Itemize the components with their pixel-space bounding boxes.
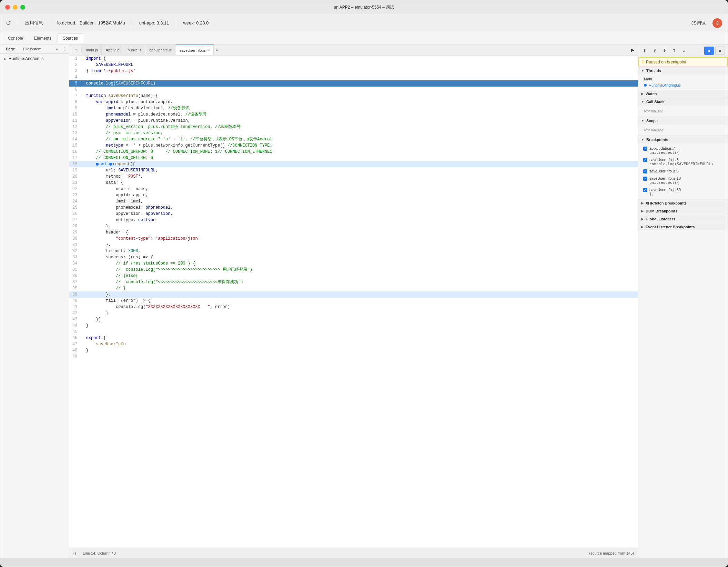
tab-appupdate-js[interactable]: appUpdate.js xyxy=(146,44,175,55)
sidebar-options-button[interactable]: ⋮ xyxy=(62,47,66,51)
continue-button[interactable] xyxy=(680,47,688,55)
call-stack-label: Call Stack xyxy=(646,100,665,104)
step-over-button[interactable] xyxy=(651,47,659,55)
breakpoint-detail-3: saveUserInfo.js:6 xyxy=(649,169,679,173)
code-line: 23 appid: appid, xyxy=(69,192,638,198)
titlebar: uniAPP2 – emulator-5554 – 调试 xyxy=(0,0,728,14)
watch-header[interactable]: ▶ Watch xyxy=(638,90,728,98)
scope-not-paused: Not paused xyxy=(641,126,725,134)
chevron-right-icon: ▶ xyxy=(4,57,7,61)
xhr-breakpoints-header[interactable]: ▶ XHR/fetch Breakpoints xyxy=(638,199,728,207)
xhr-chevron-icon: ▶ xyxy=(641,201,644,205)
breakpoint-banner-text: Paused on breakpoint xyxy=(646,60,686,64)
scope-content: Not paused xyxy=(638,125,728,136)
breakpoint-item-4[interactable]: ✓ saveUserInfo.js:18 uni.request({ xyxy=(641,175,725,186)
code-line: 46 export { xyxy=(69,335,638,341)
tab-close-icon[interactable]: ✕ xyxy=(207,48,210,52)
code-line-5: 5 console.log(SAVEUSERINFOURL) xyxy=(69,80,638,87)
threads-label: Threads xyxy=(646,69,661,73)
sidebar-tab-page[interactable]: Page xyxy=(3,46,18,52)
code-line: 9 imei = plus.device.imei, //设备标识 xyxy=(69,105,638,111)
code-line: 1 import { xyxy=(69,56,638,62)
editor-nav-icon[interactable]: ≡ xyxy=(71,47,82,53)
editor-run-button[interactable]: ▶ xyxy=(628,46,637,54)
pause-on-exception-button[interactable]: ⏸ xyxy=(715,47,725,55)
code-line: 30 "content-type": 'application/json' xyxy=(69,236,638,242)
breakpoint-toggle-button[interactable]: ■ xyxy=(704,47,714,55)
toolbar-separator-1 xyxy=(18,19,18,27)
code-line: 21 data: { xyxy=(69,180,638,186)
tab-elements[interactable]: Elements xyxy=(29,34,56,43)
window-buttons[interactable] xyxy=(5,5,25,10)
dom-breakpoints-header[interactable]: ▶ DOM Breakpoints xyxy=(638,207,728,215)
code-line-18: 18 uni.request({ xyxy=(69,161,638,167)
code-line: 3 } from './public.js' xyxy=(69,68,638,74)
code-table: 1 import { 2 SAVEUSERINFOURL 3 } from '.… xyxy=(69,56,638,360)
breakpoint-item-5[interactable]: ✓ saveUserInfo.js:39 }, xyxy=(641,186,725,198)
breakpoint-detail-4: saveUserInfo.js:18 uni.request({ xyxy=(649,176,681,185)
tab-sources[interactable]: Sources xyxy=(58,33,83,43)
code-line: 11 appversion = plus.runtime.version, xyxy=(69,118,638,124)
code-line: 4 xyxy=(69,74,638,80)
step-out-button[interactable] xyxy=(670,47,678,55)
sidebar-tabs: Page Filesystem » ⋮ xyxy=(0,44,69,54)
pause-button[interactable]: ⏸ xyxy=(641,47,649,55)
tab-app-vue[interactable]: App.vue xyxy=(102,44,123,55)
breakpoint-check-1: ✓ xyxy=(643,147,647,151)
breakpoint-item-1[interactable]: ✓ appUpdate.js:7 uni.request({ xyxy=(641,145,725,156)
xhr-breakpoints-label: XHR/fetch Breakpoints xyxy=(646,201,687,205)
tab-console[interactable]: Console xyxy=(3,34,28,43)
call-stack-header[interactable]: ▼ Call Stack xyxy=(638,98,728,106)
threads-content: Main Runtime.Android.js xyxy=(638,74,728,90)
code-editor[interactable]: 1 import { 2 SAVEUSERINFOURL 3 } from '.… xyxy=(69,56,638,548)
sidebar-more-button[interactable]: » xyxy=(55,47,58,51)
breakpoint-code-2: console.log(SAVEUSERINFOURL) xyxy=(649,162,713,166)
js-debug-label: JS调试 xyxy=(691,20,706,26)
breakpoints-chevron-icon: ▼ xyxy=(641,138,644,141)
threads-header[interactable]: ▼ Threads xyxy=(638,67,728,74)
minimize-button[interactable] xyxy=(13,5,18,10)
breakpoint-item-3[interactable]: ✓ saveUserInfo.js:6 xyxy=(641,168,725,175)
step-into-button[interactable] xyxy=(660,47,669,55)
breakpoints-header[interactable]: ▼ Breakpoints xyxy=(638,136,728,143)
breakpoint-file-5: saveUserInfo.js:39 xyxy=(649,188,681,192)
scope-chevron-icon: ▼ xyxy=(641,119,644,122)
tab-appupdate-js-label: appUpdate.js xyxy=(149,48,172,52)
event-listener-chevron-icon: ▶ xyxy=(641,225,644,229)
tab-public-js[interactable]: public.js xyxy=(124,44,145,55)
maximize-button[interactable] xyxy=(20,5,25,10)
breakpoints-section: ▼ Breakpoints ✓ appUpdate.js:7 uni.reque… xyxy=(638,136,728,199)
threads-chevron-icon: ▼ xyxy=(641,69,644,72)
refresh-button[interactable]: ↺ xyxy=(6,19,11,27)
breakpoint-check-3: ✓ xyxy=(643,169,647,173)
breakpoint-item-2[interactable]: ✓ saveUserInfo.js:5 console.log(SAVEUSER… xyxy=(641,156,725,168)
watch-section: ▶ Watch xyxy=(638,90,728,98)
global-listeners-section: ▶ Global Listeners xyxy=(638,215,728,223)
code-line: 45 xyxy=(69,329,638,335)
call-stack-chevron-icon: ▼ xyxy=(641,100,644,103)
tab-saveuserinfo-js[interactable]: saveUserInfo.js ✕ xyxy=(176,44,214,55)
code-line: 16 // CONNECTION_UNKNOW: 0 // CONNECTION… xyxy=(69,149,638,155)
scope-header[interactable]: ▼ Scope xyxy=(638,117,728,125)
sidebar-item-runtime[interactable]: ▶ Runtime.Android.js xyxy=(2,55,68,62)
event-listener-breakpoints-header[interactable]: ▶ Event Listener Breakpoints xyxy=(638,223,728,231)
window-title: uniAPP2 – emulator-5554 – 调试 xyxy=(334,4,394,10)
thread-runtime[interactable]: Runtime.Android.js xyxy=(641,82,725,88)
breakpoint-file-3: saveUserInfo.js:6 xyxy=(649,169,679,173)
code-line: 43 }) xyxy=(69,316,638,322)
sidebar-tab-filesystem[interactable]: Filesystem xyxy=(20,46,44,52)
breakpoint-check-2: ✓ xyxy=(643,158,647,162)
app-info-button[interactable]: 应用信息 xyxy=(25,20,43,26)
code-line: 20 method: 'POST', xyxy=(69,173,638,180)
tab-main-js[interactable]: main.js xyxy=(82,44,102,55)
editor-tabs-more-button[interactable]: » xyxy=(216,48,218,52)
code-line: 29 header: { xyxy=(69,229,638,236)
global-listeners-header[interactable]: ▶ Global Listeners xyxy=(638,215,728,223)
thread-main[interactable]: Main xyxy=(641,76,725,82)
code-line: 32 timeout: 3000, xyxy=(69,248,638,254)
statusbar-source-mapped: (source mapped from 145) xyxy=(589,551,634,555)
event-listener-breakpoints-section: ▶ Event Listener Breakpoints xyxy=(638,223,728,231)
breakpoint-check-4: ✓ xyxy=(643,177,647,181)
code-line: 25 phonemodel: phonemodel, xyxy=(69,205,638,211)
close-button[interactable] xyxy=(5,5,10,10)
